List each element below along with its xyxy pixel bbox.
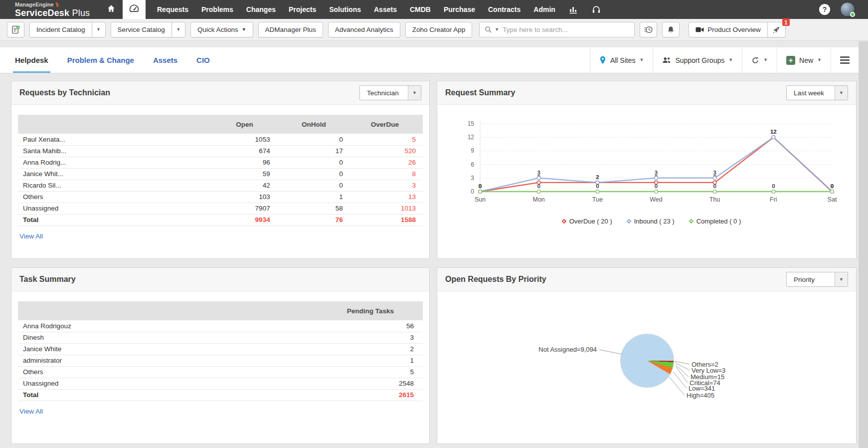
nav-contracts[interactable]: Contracts [482, 0, 527, 19]
filter-value: Priority [787, 272, 835, 286]
chevron-down-icon: ▼ [242, 27, 246, 32]
table-row: Janice White 2 [18, 343, 423, 355]
view-all-link[interactable]: View All [19, 408, 43, 415]
nav-requests[interactable]: Requests [151, 0, 195, 19]
refresh-dropdown[interactable]: ▼ [742, 47, 777, 73]
support-groups-dropdown[interactable]: Support Groups ▼ [653, 47, 742, 73]
period-filter-dropdown[interactable]: Last week ▼ [786, 85, 848, 100]
new-template-button[interactable] [7, 22, 24, 37]
svg-text:Fri: Fri [770, 196, 777, 203]
service-catalog-dropdown[interactable]: Service Catalog ▼ [111, 22, 185, 37]
search-icon[interactable] [485, 26, 492, 33]
user-avatar[interactable] [840, 2, 855, 17]
home-tab[interactable] [100, 0, 123, 19]
panel-title: Request Summary [445, 88, 516, 97]
priority-pie-chart[interactable] [621, 334, 674, 387]
nav-admin[interactable]: Admin [527, 0, 562, 19]
dashboard-menu-button[interactable] [831, 47, 859, 73]
filter-value: Technician [360, 86, 408, 100]
panel-header: Open Requests By Priority Priority ▼ [437, 268, 856, 291]
app-logo[interactable]: ManageEngine ServiceDesk Plus [0, 2, 100, 17]
dashboard-tab[interactable] [123, 0, 146, 19]
panel-body: Open OnHold OverDue Paul Xenata... 1053 … [11, 115, 429, 268]
plus-icon: + [786, 56, 795, 65]
history-clock-icon [644, 25, 653, 34]
incident-catalog-label: Incident Catalog [30, 22, 92, 37]
nav-purchase[interactable]: Purchase [437, 0, 482, 19]
priority-filter-dropdown[interactable]: Priority ▼ [786, 272, 848, 287]
dashboard-gauge-icon [128, 2, 140, 16]
chevron-down-icon: ▼ [728, 58, 733, 62]
nav-solutions[interactable]: Solutions [323, 0, 367, 19]
chart-legend: OverDue ( 20 ) Inbound ( 23 ) Completed … [447, 218, 856, 225]
request-summary-line-chart: 03691215SunMonTueWedThuFriSat02222120032… [447, 112, 846, 210]
zoho-creator-app-button[interactable]: Zoho Creator App [405, 22, 473, 37]
help-icon[interactable]: ? [819, 4, 830, 15]
nav-cmdb[interactable]: CMDB [403, 0, 437, 19]
legend-label: Inbound ( 23 ) [634, 218, 675, 225]
tab-problem-change[interactable]: Problem & Change [67, 47, 134, 73]
inbound-marker-icon [626, 219, 631, 224]
overdue-count: 1013 [350, 203, 423, 214]
nav-assets[interactable]: Assets [367, 0, 403, 19]
top-navbar: ManageEngine ServiceDesk Plus [0, 0, 868, 19]
manageengine-swoosh-icon [55, 2, 60, 7]
table-row: Janice Whit... 59 0 8 [18, 168, 423, 180]
location-pin-icon [599, 56, 606, 64]
headset-icon[interactable] [585, 0, 608, 19]
overdue-marker-icon [561, 219, 566, 224]
advanced-analytics-button[interactable]: Advanced Analytics [328, 22, 400, 37]
open-count: 1053 [200, 134, 277, 145]
table-row: Others 5 [18, 366, 423, 378]
svg-text:3: 3 [537, 170, 540, 176]
total-label: Total [18, 214, 200, 225]
panel-header: Task Summary [11, 268, 429, 291]
recent-items-button[interactable] [640, 22, 657, 37]
legend-completed[interactable]: Completed ( 0 ) [690, 218, 741, 225]
search-input[interactable] [502, 25, 629, 34]
nav-projects[interactable]: Projects [282, 0, 323, 19]
legend-inbound[interactable]: Inbound ( 23 ) [627, 218, 675, 225]
technician-filter-dropdown[interactable]: Technician ▼ [359, 85, 421, 100]
nav-problems[interactable]: Problems [195, 0, 240, 19]
table-row: Unassigned 7907 58 1013 [18, 203, 423, 214]
document-add-icon [11, 25, 20, 34]
owner-name: Unassigned [18, 378, 301, 389]
quick-toolbar: Incident Catalog ▼ Service Catalog ▼ Qui… [0, 19, 868, 41]
page-scrollbar[interactable] [859, 41, 868, 448]
panel-body: 03691215SunMonTueWedThuFriSat02222120032… [437, 105, 856, 258]
quick-actions-dropdown[interactable]: Quick Actions ▼ [190, 22, 253, 37]
admanager-plus-button[interactable]: ADManager Plus [258, 22, 323, 37]
support-groups-label: Support Groups [675, 56, 724, 64]
table-row: Ricardo Sil... 42 0 3 [18, 180, 423, 191]
brand-product-suffix: Plus [72, 8, 90, 18]
product-overview-group: Product Overview 1 [689, 22, 786, 37]
hamburger-icon [840, 56, 850, 64]
new-dropdown[interactable]: + New ▼ [777, 47, 831, 73]
all-sites-dropdown[interactable]: All Sites ▼ [590, 47, 653, 73]
svg-text:6: 6 [471, 161, 474, 168]
tab-assets[interactable]: Assets [153, 47, 177, 73]
chevron-down-icon[interactable]: ▼ [495, 27, 499, 32]
panel-title: Requests by Technician [19, 88, 110, 97]
view-all-link[interactable]: View All [19, 232, 43, 240]
owner-name: Others [18, 366, 301, 378]
tab-cio[interactable]: CIO [196, 47, 210, 73]
notifications-button[interactable] [662, 22, 680, 37]
nav-changes[interactable]: Changes [240, 0, 282, 19]
svg-text:0: 0 [479, 183, 482, 189]
total-label: Total [18, 389, 301, 401]
product-overview-button[interactable]: Product Overview [689, 22, 768, 37]
onhold-count: 17 [277, 145, 350, 157]
incident-catalog-dropdown[interactable]: Incident Catalog ▼ [29, 22, 106, 37]
reports-chart-icon[interactable] [562, 0, 585, 19]
table-row: Anna Rodrigouz 56 [18, 320, 423, 332]
legend-overdue[interactable]: OverDue ( 20 ) [562, 218, 612, 225]
technician-name: Ricardo Sil... [18, 180, 200, 191]
tab-helpdesk[interactable]: Helpdesk [15, 47, 48, 73]
svg-text:0: 0 [537, 183, 540, 189]
chevron-down-icon: ▼ [639, 58, 644, 62]
onhold-count: 0 [277, 168, 350, 180]
table-row: administrator 1 [18, 355, 423, 366]
overdue-count: 13 [350, 191, 423, 203]
